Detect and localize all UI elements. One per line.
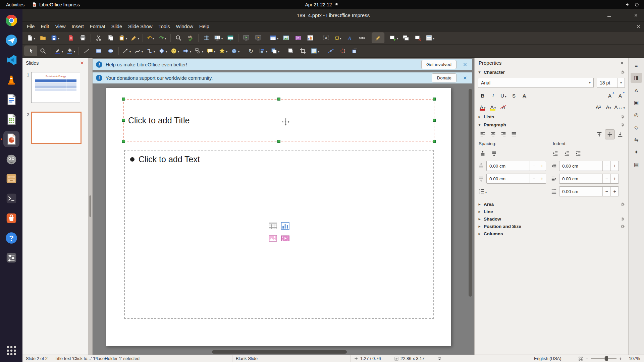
insert-line[interactable] <box>80 46 93 56</box>
dock-settings[interactable] <box>3 250 19 266</box>
curves-and-polygons-dropdown-arrow[interactable] <box>141 48 143 54</box>
slide-thumbnail-1[interactable]: 1 Sustainable Energy <box>24 72 85 103</box>
character-spacing-dropdown-arrow[interactable] <box>623 104 625 110</box>
flowchart-shapes[interactable] <box>193 46 205 56</box>
tab-styles[interactable]: A <box>631 85 642 95</box>
first-line-indent-increment[interactable] <box>610 187 619 196</box>
selection-handle-ne[interactable] <box>433 98 436 101</box>
lists-more-options-icon[interactable] <box>620 114 625 119</box>
insert-hyperlink[interactable] <box>356 33 368 43</box>
insert-text-box[interactable] <box>320 33 332 43</box>
spacing-above-value[interactable]: 0.00 cm <box>487 164 530 169</box>
display-views-dropdown-arrow[interactable] <box>221 35 223 41</box>
paste[interactable] <box>117 33 129 43</box>
slide-2-thumbnail[interactable] <box>33 113 80 142</box>
insert-table-dropdown-arrow[interactable] <box>277 35 279 41</box>
dock-libreoffice-writer[interactable] <box>3 92 19 108</box>
print[interactable] <box>77 33 89 43</box>
selection-handle-s[interactable] <box>277 140 280 143</box>
font-size-value[interactable]: 18 pt <box>597 80 617 85</box>
spacing-above-increment[interactable] <box>538 161 546 171</box>
master-slide[interactable] <box>224 33 236 43</box>
infobar-close-icon[interactable] <box>463 75 468 80</box>
position-and-size-more-options-icon[interactable] <box>620 224 625 229</box>
delete-slide[interactable] <box>412 33 424 43</box>
align-objects[interactable] <box>257 46 269 56</box>
zoom-and-pan[interactable] <box>37 46 49 56</box>
duplicate-slide[interactable] <box>400 33 412 43</box>
character-more-options-icon[interactable] <box>620 70 625 75</box>
strikethrough[interactable]: S <box>509 91 519 100</box>
character-highlighting-color[interactable]: A <box>488 102 498 112</box>
selection-handle-w[interactable] <box>122 119 125 122</box>
slide-editing-area[interactable]: Click to add Title Click to add Text <box>106 87 451 346</box>
save-dropdown-arrow[interactable] <box>58 35 60 41</box>
start-from-current-slide[interactable] <box>252 33 264 43</box>
menu-slide-show[interactable]: Slide Show <box>125 23 156 30</box>
connectors-dropdown-arrow[interactable] <box>153 48 155 54</box>
font-color[interactable]: A <box>478 102 487 112</box>
undo[interactable]: ↶ <box>145 33 157 43</box>
font-name-combobox[interactable]: Arial <box>478 78 594 88</box>
callout-shapes[interactable] <box>205 46 217 56</box>
align-bottom[interactable] <box>615 130 625 139</box>
menu-format[interactable]: Format <box>87 23 108 30</box>
redo-dropdown-arrow[interactable] <box>164 35 166 41</box>
menu-insert[interactable]: Insert <box>69 23 87 30</box>
vertical-scrollbar[interactable] <box>468 58 472 349</box>
block-arrows[interactable] <box>181 46 193 56</box>
infobar-close-icon[interactable] <box>463 62 468 67</box>
connectors[interactable] <box>145 46 157 56</box>
dock-libreoffice-calc[interactable] <box>3 111 19 127</box>
minimize-button[interactable] <box>606 13 612 18</box>
selection-handle-sw[interactable] <box>122 140 125 143</box>
italic[interactable]: I <box>488 91 498 100</box>
insert-table-placeholder[interactable] <box>268 221 278 231</box>
zoom-slider[interactable] <box>591 358 616 359</box>
properties-close-icon[interactable] <box>620 61 624 65</box>
section-columns[interactable]: Columns <box>475 230 628 237</box>
copy[interactable] <box>105 33 117 43</box>
panel-splitter[interactable] <box>88 58 93 355</box>
redo[interactable]: ↷ <box>157 33 169 43</box>
line-spacing-dropdown-arrow[interactable] <box>485 189 487 194</box>
symbol-shapes[interactable] <box>169 46 181 56</box>
subscript[interactable]: A₂ <box>604 102 613 112</box>
selection-handle-e[interactable] <box>433 119 436 122</box>
indent-after-value[interactable]: 0.00 cm <box>559 176 602 181</box>
font-size-dropdown-arrow[interactable] <box>617 78 625 87</box>
start-from-first-slide[interactable] <box>240 33 252 43</box>
menu-view[interactable]: View <box>52 23 68 30</box>
align-right[interactable] <box>499 130 508 139</box>
statusbar-save-state[interactable] <box>434 355 447 362</box>
menu-tools[interactable]: Tools <box>156 23 173 30</box>
indent-after-field[interactable]: 0.00 cm <box>559 174 619 184</box>
basic-shapes-dropdown-arrow[interactable] <box>165 48 167 54</box>
basic-shapes[interactable] <box>157 46 169 56</box>
zoom-out-button[interactable] <box>586 356 588 361</box>
slides-panel-close-icon[interactable] <box>79 60 85 65</box>
insert-special-character[interactable]: Ω <box>332 33 344 43</box>
character-spacing[interactable]: A↔ <box>614 102 625 112</box>
new-slide[interactable] <box>388 33 400 43</box>
show-draw-functions[interactable] <box>372 33 384 43</box>
paste-dropdown-arrow[interactable] <box>125 35 127 41</box>
slide-layout[interactable] <box>424 33 436 43</box>
spacing-above-field[interactable]: 0.00 cm <box>486 161 546 171</box>
undo-dropdown-arrow[interactable] <box>152 35 154 41</box>
indent-after-increment[interactable] <box>610 174 619 183</box>
dock-files[interactable] <box>3 171 19 187</box>
clone-formatting[interactable] <box>129 33 141 43</box>
tab-slide-transition[interactable]: ⇆ <box>631 135 642 145</box>
menu-help[interactable]: Help <box>196 23 212 30</box>
ellipse[interactable] <box>105 46 117 56</box>
points[interactable] <box>325 46 337 56</box>
decrease-paragraph-spacing[interactable] <box>489 149 499 158</box>
shadow[interactable] <box>285 46 297 56</box>
insert-chart-placeholder[interactable] <box>280 221 290 231</box>
indent-after-decrement[interactable] <box>602 174 610 183</box>
spacing-above-decrement[interactable] <box>530 161 538 171</box>
splitter-handle-icon[interactable] <box>90 195 91 217</box>
insert-fontwork[interactable] <box>344 33 356 43</box>
fill-color-dropdown-arrow[interactable] <box>73 48 75 54</box>
